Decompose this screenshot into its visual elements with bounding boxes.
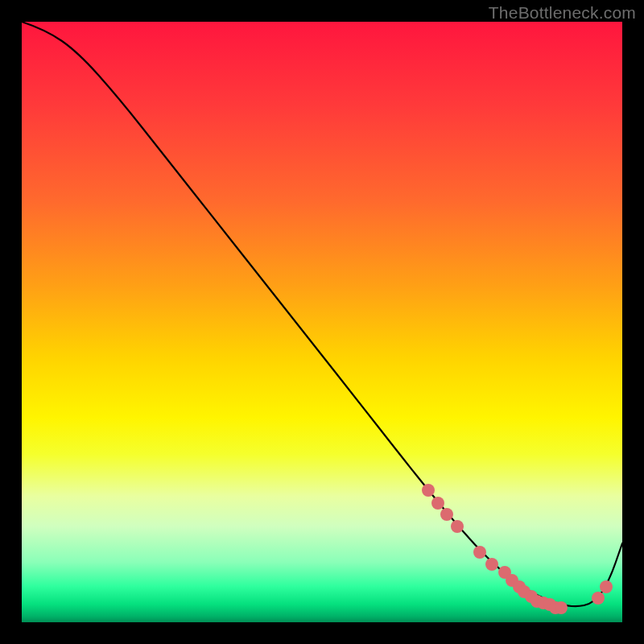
curve-marker bbox=[485, 558, 498, 571]
curve-marker bbox=[555, 601, 568, 614]
curve-markers bbox=[422, 484, 613, 614]
watermark-text: TheBottleneck.com bbox=[489, 3, 636, 23]
curve-marker bbox=[451, 520, 464, 533]
curve-marker bbox=[600, 580, 613, 593]
curve-marker bbox=[473, 546, 486, 559]
curve-marker bbox=[592, 592, 605, 605]
curve-svg bbox=[22, 22, 622, 622]
plot-area bbox=[22, 22, 622, 622]
curve-marker bbox=[440, 508, 453, 521]
curve-marker bbox=[422, 484, 435, 497]
chart-stage: TheBottleneck.com bbox=[0, 0, 644, 644]
bottleneck-curve bbox=[22, 22, 622, 606]
curve-marker bbox=[431, 497, 444, 510]
